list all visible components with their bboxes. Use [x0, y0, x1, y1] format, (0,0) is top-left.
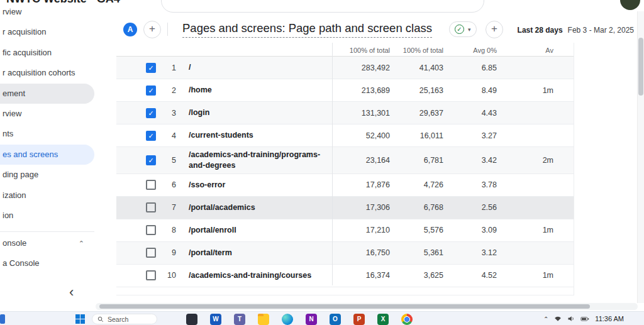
onenote-icon[interactable]: N: [306, 314, 317, 325]
page-path-cell: /current-students: [189, 128, 327, 143]
page-path-cell: /login: [189, 105, 327, 121]
page-path-cell: /academics-and-training/courses: [189, 268, 327, 284]
tray-chevron-up-icon[interactable]: ⌃: [543, 316, 548, 322]
views-subheader: 100% of total: [327, 47, 390, 54]
battery-icon[interactable]: [580, 315, 589, 322]
views-per-user-value: 6.85: [443, 63, 497, 72]
row-number: 7: [156, 203, 176, 212]
table-row: 8/portal/enroll17,2105,5763.091m: [116, 219, 574, 242]
row-checkbox[interactable]: [146, 225, 156, 235]
row-checkbox[interactable]: ✓: [146, 85, 156, 96]
windows-start-button[interactable]: [75, 314, 85, 324]
report-title[interactable]: Pages and screens: Page path and screen …: [182, 21, 432, 38]
sidebar: rviewr acquisitionfic acquisitionr acqui…: [0, 0, 94, 305]
views-per-user-value: 4.43: [443, 109, 497, 118]
chrome-icon[interactable]: [401, 314, 413, 325]
active-users-value: 5,576: [390, 226, 443, 234]
date-range-label: Last 28 days: [518, 26, 563, 35]
page-path-cell: /portal/enroll: [189, 223, 327, 238]
word-icon[interactable]: W: [210, 314, 221, 325]
row-number: 3: [156, 109, 176, 118]
engagement-subheader: Av: [497, 47, 553, 54]
horizontal-scrollbar[interactable]: [96, 303, 638, 310]
taskbar-corner-icon[interactable]: [0, 314, 5, 324]
edge-icon[interactable]: [282, 314, 293, 325]
views-value: 17,306: [327, 203, 390, 212]
row-number: 6: [156, 180, 176, 189]
add-comparison-button[interactable]: +: [143, 21, 161, 38]
page-path-cell: /portal/term: [189, 245, 327, 261]
row-checkbox[interactable]: [146, 202, 156, 212]
views-per-user-value: 2.56: [443, 203, 497, 212]
column-divider: [332, 43, 333, 285]
table-row: 7/portal/academics17,3066,7682.56: [116, 197, 574, 219]
sidebar-item[interactable]: a Console: [0, 253, 94, 273]
sidebar-item[interactable]: onsole⌃: [0, 233, 94, 253]
excel-icon[interactable]: X: [377, 314, 389, 325]
caret-down-icon: ▾: [468, 26, 471, 33]
property-title[interactable]: NWTC Website - GA4: [6, 0, 120, 6]
sidebar-item[interactable]: es and screens: [0, 145, 94, 165]
active-users-value: 29,637: [390, 109, 443, 118]
sidebar-item[interactable]: ding page: [0, 165, 94, 185]
row-checkbox[interactable]: ✓: [146, 63, 156, 73]
page-path-cell: /portal/academics: [189, 200, 327, 216]
sidebar-item[interactable]: ement: [0, 84, 94, 104]
teams-icon[interactable]: T: [234, 314, 245, 325]
volume-icon[interactable]: [567, 315, 575, 322]
sidebar-item[interactable]: ization: [0, 185, 94, 206]
page-path-cell: /home: [189, 82, 327, 98]
terminal-icon[interactable]: [186, 314, 197, 325]
vertical-scrollbar-thumb[interactable]: [638, 38, 643, 96]
report-status-dropdown[interactable]: ✓ ▾: [449, 21, 477, 37]
comparison-badge[interactable]: A: [123, 23, 137, 36]
table-row: ✓4/current-students52,40016,0113.27: [116, 124, 574, 147]
row-checkbox[interactable]: [146, 180, 156, 190]
row-checkbox[interactable]: ✓: [146, 108, 156, 118]
row-number: 4: [156, 131, 176, 140]
user-avatar[interactable]: [620, 0, 640, 10]
sidebar-item[interactable]: r acquisition: [0, 22, 94, 42]
taskbar-search-label: Search: [108, 316, 128, 323]
page-path-cell: /: [189, 60, 327, 75]
powerpoint-icon[interactable]: P: [353, 314, 365, 325]
date-range-picker[interactable]: Last 28 days Feb 3 - Mar 2, 2025: [518, 26, 634, 35]
table-row: ✓5/academics-and-training/programs-and-d…: [116, 147, 574, 174]
engagement-time-value: 1m: [497, 86, 553, 95]
sidebar-collapse-button[interactable]: ‹: [69, 284, 74, 300]
table-row: 6/sso-error17,8764,7263.78: [116, 174, 574, 197]
table-row: ✓2/home213,68925,1638.491m: [116, 79, 574, 102]
row-checkbox[interactable]: ✓: [146, 131, 156, 141]
vertical-scrollbar[interactable]: [637, 11, 644, 303]
row-checkbox[interactable]: [146, 248, 156, 258]
views-value: 17,210: [327, 226, 390, 234]
sidebar-item[interactable]: r acquisition cohorts: [0, 63, 94, 83]
sidebar-item[interactable]: ion: [0, 206, 94, 226]
active-users-value: 6,781: [390, 156, 443, 165]
engagement-time-value: 1m: [497, 271, 553, 280]
sidebar-divider: [0, 231, 94, 232]
table-body: ✓1/283,49241,4036.85✓2/home213,68925,163…: [116, 57, 574, 287]
sidebar-item[interactable]: fic acquisition: [0, 43, 94, 63]
wifi-icon[interactable]: [554, 315, 562, 322]
check-circle-icon: ✓: [455, 25, 464, 34]
engagement-time-value: 2m: [497, 156, 553, 165]
row-number: 8: [156, 226, 176, 234]
row-checkbox[interactable]: ✓: [146, 155, 156, 165]
search-icon: [97, 316, 104, 322]
row-checkbox[interactable]: [146, 270, 156, 280]
add-report-button[interactable]: +: [486, 21, 503, 38]
search-input[interactable]: [161, 0, 484, 13]
taskbar-search[interactable]: Search: [92, 314, 157, 324]
views-per-user-value: 3.12: [443, 248, 497, 257]
sidebar-item[interactable]: nts: [0, 124, 94, 144]
horizontal-scrollbar-thumb[interactable]: [99, 304, 590, 309]
table-row: ✓1/283,49241,4036.85: [116, 57, 574, 79]
outlook-icon[interactable]: O: [330, 314, 341, 325]
sidebar-item[interactable]: rview: [0, 104, 94, 124]
row-number: 5: [156, 156, 176, 165]
chevron-up-icon: ⌃: [79, 233, 84, 253]
active-users-value: 3,625: [390, 271, 443, 280]
file-explorer-icon[interactable]: [258, 314, 269, 325]
taskbar-clock[interactable]: 11:36 AM: [595, 315, 624, 322]
